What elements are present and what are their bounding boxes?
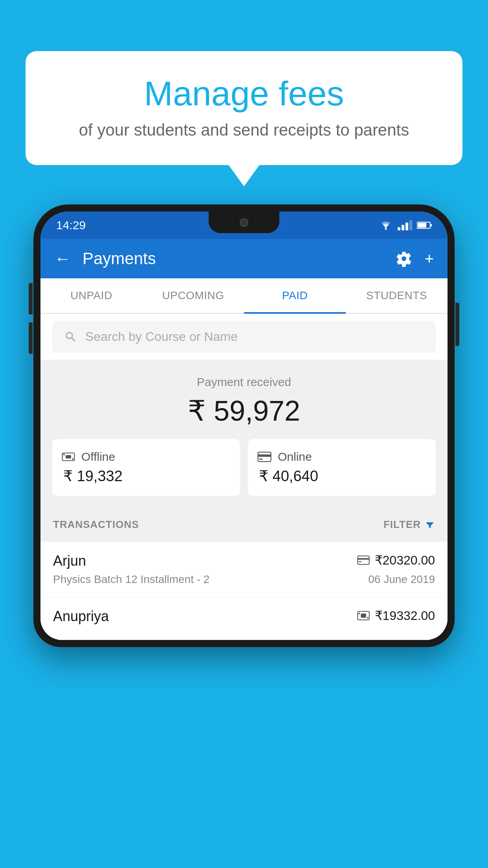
transaction-name: Anupriya [53,608,109,625]
transaction-name: Arjun [53,553,86,569]
svg-rect-12 [358,558,369,560]
svg-point-0 [385,228,387,230]
tab-paid[interactable]: PAID [244,278,346,313]
svg-rect-2 [430,224,432,226]
app-bar: ← Payments + [40,239,448,278]
transaction-main: Anupriya ₹19332.00 [53,608,435,625]
online-label: Online [278,450,312,463]
speech-bubble: Manage fees of your students and send re… [26,51,462,165]
add-button[interactable]: + [425,250,434,268]
search-container: Search by Course or Name [40,314,448,360]
transaction-row[interactable]: Arjun ₹20320.00 Physics Batch [40,542,448,597]
card-payment-icon [357,555,370,565]
transaction-row[interactable]: Anupriya ₹19332.00 [40,597,448,640]
transaction-amount: ₹19332.00 [375,608,435,623]
filter-icon [425,520,435,530]
payment-received-label: Payment received [52,375,436,389]
transaction-amount-block: ₹19332.00 [357,608,435,623]
transaction-course: Physics Batch 12 Installment - 2 [53,573,209,586]
phone-mockup: 14:29 [33,204,455,868]
app-bar-actions: + [396,250,434,268]
battery-icon [417,221,432,229]
app-bar-title: Payments [83,249,384,268]
transactions-label: TRANSACTIONS [53,519,139,531]
offline-card-header: Offline [62,450,231,463]
offline-label: Offline [81,450,115,463]
svg-point-16 [358,613,360,614]
svg-rect-15 [361,614,366,618]
svg-point-6 [63,454,65,455]
wifi-icon [379,220,393,230]
cash-payment-icon [357,611,370,620]
search-icon [64,330,77,344]
filter-label: FILTER [383,519,421,531]
settings-icon[interactable] [396,250,412,267]
transaction-date: 06 June 2019 [368,573,435,586]
search-box[interactable]: Search by Course or Name [52,321,436,353]
tab-upcoming[interactable]: UPCOMING [142,278,244,313]
power-button [455,303,459,346]
svg-rect-13 [359,561,361,563]
svg-point-17 [367,617,368,618]
volume-up-button [29,283,33,314]
phone-screen: 14:29 [40,211,448,640]
signal-icon [398,220,412,230]
phone-notch [209,211,279,233]
search-placeholder: Search by Course or Name [85,329,238,344]
online-amount: ₹ 40,640 [257,467,426,485]
speech-bubble-container: Manage fees of your students and send re… [26,51,462,165]
offline-amount: ₹ 19,332 [62,467,231,485]
status-time: 14:29 [56,219,86,232]
transaction-main: Arjun ₹20320.00 [53,553,435,569]
filter-button[interactable]: FILTER [383,519,435,531]
transactions-header: TRANSACTIONS FILTER [40,508,448,542]
online-card-header: Online [257,450,426,463]
online-card: Online ₹ 40,640 [248,439,436,496]
svg-rect-11 [358,556,369,564]
svg-rect-5 [66,455,71,458]
volume-down-button [29,322,33,354]
transaction-amount-block: ₹20320.00 [357,553,435,568]
front-camera [240,218,248,227]
status-icons [379,220,432,230]
tabs-bar: UNPAID UPCOMING PAID STUDENTS [40,278,448,314]
svg-rect-3 [418,223,426,228]
svg-point-7 [72,458,73,460]
payment-total-amount: ₹ 59,972 [52,394,436,427]
payment-summary: Payment received ₹ 59,972 [40,360,448,508]
tab-students[interactable]: STUDENTS [346,278,448,313]
bubble-subtitle: of your students and send receipts to pa… [53,121,435,140]
back-button[interactable]: ← [54,249,71,268]
payment-cards: Offline ₹ 19,332 [52,439,436,496]
card-icon [257,451,272,462]
tab-unpaid[interactable]: UNPAID [40,278,142,313]
svg-rect-9 [258,454,271,457]
bubble-title: Manage fees [53,75,435,113]
cash-icon [62,451,75,462]
transaction-amount: ₹20320.00 [375,553,435,568]
offline-card: Offline ₹ 19,332 [52,439,240,496]
svg-rect-10 [259,459,263,460]
transaction-details: Physics Batch 12 Installment - 2 06 June… [53,573,435,586]
phone-frame: 14:29 [33,204,455,647]
